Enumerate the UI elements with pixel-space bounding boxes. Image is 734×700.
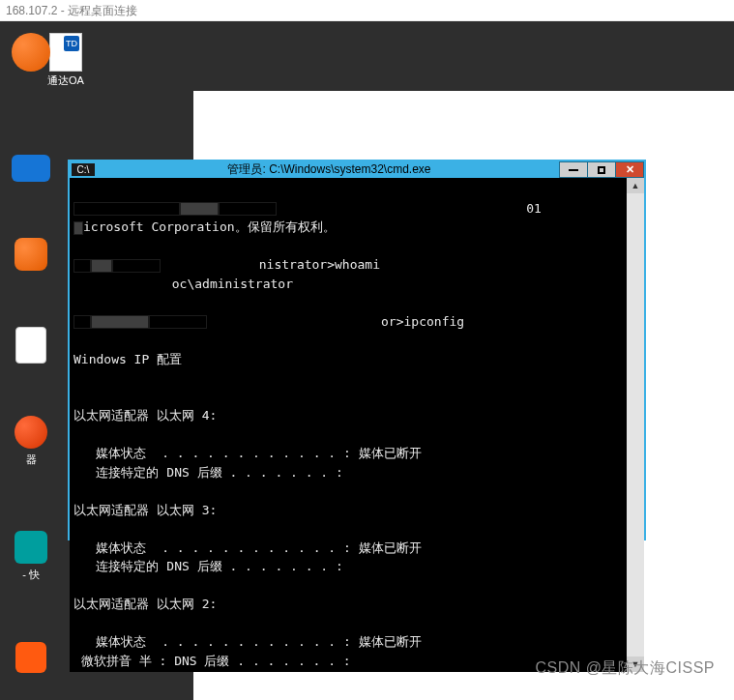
close-button[interactable]: ✕ [615,161,644,178]
cmd-line: icrosoft Corporation。保留所有权利。 [83,219,336,234]
desktop-icon-app-red[interactable] [15,642,46,673]
cmd-output[interactable]: 01 icrosoft Corporation。保留所有权利。 nistrato… [70,178,627,672]
scroll-track[interactable] [627,193,644,656]
cmd-line: 以太网适配器 以太网 4: [73,408,217,423]
desktop-icon-chrome[interactable] [12,33,50,72]
rdp-title: 168.107.2 - 远程桌面连接 [6,4,137,17]
cmd-window: C:\ 管理员: C:\Windows\system32\cmd.exe ✕ 0… [68,160,646,540]
desktop-icon-app-orange-2[interactable] [15,416,47,449]
minimize-button[interactable] [559,161,588,178]
desktop-icon-app-orange-1[interactable] [15,238,47,271]
cmd-line: 媒体状态 . . . . . . . . . . . . : 媒体已断开 [73,634,422,649]
cmd-line: 连接特定的 DNS 后缀 . . . . . . . : [73,465,343,480]
cmd-scrollbar[interactable]: ▲ ▼ [627,178,644,672]
cmd-line: 连接特定的 DNS 后缀 . . . . . . . : [73,559,343,573]
remote-desktop: TD 通达OA 器 - 快 [0,21,734,700]
cmd-line: Windows IP 配置 [73,352,182,366]
cmd-system-menu-icon[interactable]: C:\ [72,163,95,176]
desktop-icon-app-blue[interactable] [12,155,50,182]
desktop-icon-app-white[interactable] [15,327,46,364]
scroll-up-icon[interactable]: ▲ [627,178,644,193]
cmd-line: 以太网适配器 以太网 2: [73,597,217,611]
cmd-titlebar[interactable]: C:\ 管理员: C:\Windows\system32\cmd.exe ✕ [70,161,644,178]
desktop-icon-app-teal[interactable] [15,531,47,564]
watermark-text: CSDN @星陈大海CISSP [535,658,715,679]
cmd-line: 媒体状态 . . . . . . . . . . . . : 媒体已断开 [73,446,422,460]
maximize-button[interactable] [587,161,616,178]
cmd-line: 媒体状态 . . . . . . . . . . . . : 媒体已断开 [73,540,422,555]
cmd-line: 微软拼音 半 : DNS 后缀 . . . . . . . : [73,654,351,668]
cmd-line: oc\administrator [73,277,293,291]
cmd-line: or>ipconfig [207,314,464,329]
cmd-line: 以太网适配器 以太网 3: [73,503,217,517]
rdp-titlebar: 168.107.2 - 远程桌面连接 [0,0,734,21]
desktop-icon-label-kuai: - 快 [2,568,60,582]
desktop-icon-label-qi: 器 [2,452,60,467]
cmd-title: 管理员: C:\Windows\system32\cmd.exe [99,161,560,178]
cmd-line: nistrator>whoami [161,257,380,272]
cmd-line: 01 [277,201,542,216]
td-badge-icon: TD [64,36,79,51]
